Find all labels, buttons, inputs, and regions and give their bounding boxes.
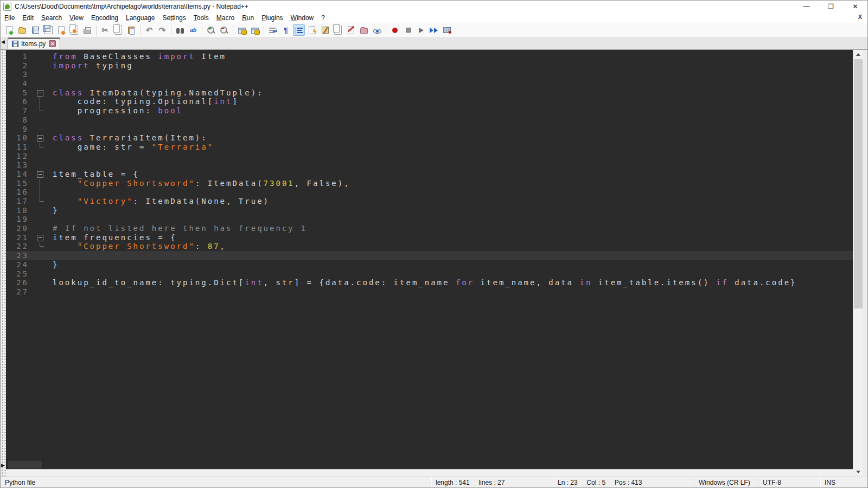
- show-all-characters-icon[interactable]: ¶: [280, 24, 292, 36]
- code-line-23[interactable]: 23: [6, 251, 853, 260]
- menu-item-plugins[interactable]: Plugins: [258, 13, 286, 23]
- zoom-out-icon[interactable]: −: [218, 24, 230, 36]
- code-line-10[interactable]: 10class TerrariaItem(Item):: [6, 133, 853, 143]
- run-macro-multiple-icon[interactable]: [428, 24, 440, 36]
- menu-item-encoding[interactable]: Encoding: [87, 13, 122, 23]
- code-text: item_frequencies = {: [47, 233, 177, 242]
- code-line-17[interactable]: 17 "Victory": ItemData(None, True): [6, 197, 853, 206]
- code-line-5[interactable]: 5class ItemData(typing.NamedTuple):: [6, 88, 853, 98]
- show-indent-guide-icon[interactable]: [293, 24, 305, 36]
- menu-item-run[interactable]: Run: [238, 13, 258, 23]
- stop-recording-icon[interactable]: [402, 24, 414, 36]
- code-line-24[interactable]: 24}: [6, 260, 853, 269]
- replace-icon[interactable]: ab: [187, 24, 199, 36]
- code-line-6[interactable]: 6 code: typing.Optional[int]: [6, 97, 853, 106]
- tab-scroll-left-icon[interactable]: ◀: [1, 39, 5, 44]
- fold-marker-icon[interactable]: [34, 133, 47, 143]
- menu-item-window[interactable]: Window: [287, 13, 318, 23]
- user-defined-language-icon[interactable]: [345, 24, 357, 36]
- status-eol-format[interactable]: Windows (CR LF): [694, 477, 758, 487]
- menu-item-tools[interactable]: Tools: [190, 13, 213, 23]
- document-list-icon[interactable]: [332, 24, 344, 36]
- line-number: 25: [6, 269, 34, 279]
- fold-marker-icon[interactable]: [34, 170, 47, 179]
- code-line-21[interactable]: 21item_frequencies = {: [6, 233, 853, 242]
- menu-item-edit[interactable]: Edit: [18, 13, 37, 23]
- code-line-15[interactable]: 15 "Copper Shortsword": ItemData(73001, …: [6, 179, 853, 188]
- bottom-left-arrow-icon[interactable]: ▶: [1, 463, 5, 468]
- start-recording-icon[interactable]: [389, 24, 401, 36]
- horizontal-scrollbar-thumb[interactable]: [8, 461, 42, 468]
- code-line-20[interactable]: 20# If not listed here then has frequenc…: [6, 224, 853, 233]
- fold-marker-icon[interactable]: [34, 88, 47, 98]
- open-file-icon[interactable]: [16, 24, 28, 36]
- folder-as-workspace-icon[interactable]: [358, 24, 370, 36]
- code-line-2[interactable]: 2import typing: [6, 61, 853, 70]
- cut-icon[interactable]: ✂: [99, 24, 111, 36]
- sync-vertical-icon[interactable]: [236, 24, 248, 36]
- zoom-in-icon[interactable]: +: [205, 24, 217, 36]
- line-number: 24: [6, 260, 34, 269]
- minimize-button[interactable]: —: [794, 1, 819, 12]
- menu-item-search[interactable]: Search: [37, 13, 66, 23]
- menu-item-[interactable]: ?: [317, 13, 329, 23]
- new-file-icon[interactable]: [3, 24, 15, 36]
- scroll-up-arrow-icon[interactable]: [853, 50, 863, 59]
- document-map-icon[interactable]: [319, 24, 331, 36]
- close-icon[interactable]: [55, 24, 67, 36]
- document-close-x-icon[interactable]: X: [858, 14, 862, 20]
- find-icon[interactable]: [174, 24, 186, 36]
- function-list-icon[interactable]: ϟ: [306, 24, 318, 36]
- menu-item-language[interactable]: Language: [122, 13, 158, 23]
- horizontal-scrollbar[interactable]: [6, 460, 853, 469]
- code-line-3[interactable]: 3: [6, 70, 853, 79]
- menu-item-settings[interactable]: Settings: [158, 13, 189, 23]
- save-all-icon[interactable]: [42, 24, 54, 36]
- word-wrap-icon[interactable]: ↵: [267, 24, 279, 36]
- menu-item-macro[interactable]: Macro: [213, 13, 238, 23]
- monitoring-icon[interactable]: [371, 24, 383, 36]
- copy-icon[interactable]: [112, 24, 124, 36]
- code-line-27[interactable]: 27: [6, 287, 853, 297]
- menu-item-view[interactable]: View: [66, 13, 87, 23]
- code-line-25[interactable]: 25: [6, 269, 853, 279]
- code-line-11[interactable]: 11 game: str = "Terraria": [6, 143, 853, 152]
- code-line-7[interactable]: 7 progression: bool: [6, 106, 853, 115]
- code-line-14[interactable]: 14item_table = {: [6, 170, 853, 179]
- fold-marker-icon[interactable]: [34, 233, 47, 242]
- vertical-scrollbar-thumb[interactable]: [854, 59, 863, 309]
- print-icon[interactable]: [81, 24, 93, 36]
- code-line-1[interactable]: 1from BaseClasses import Item: [6, 52, 853, 61]
- paste-icon[interactable]: [125, 24, 137, 36]
- menu-item-file[interactable]: File: [1, 13, 18, 23]
- code-line-9[interactable]: 9: [6, 125, 853, 134]
- vertical-scrollbar[interactable]: [853, 50, 863, 477]
- code-line-22[interactable]: 22 "Copper Shortsword": 87,: [6, 242, 853, 251]
- line-number: 27: [6, 287, 34, 297]
- restore-button[interactable]: ❐: [819, 1, 843, 12]
- status-insert-mode[interactable]: INS: [820, 477, 867, 487]
- code-line-16[interactable]: 16: [6, 188, 853, 197]
- code-line-26[interactable]: 26lookup_id_to_name: typing.Dict[int, st…: [6, 278, 853, 287]
- code-editor[interactable]: 1from BaseClasses import Item2import typ…: [6, 50, 853, 460]
- redo-icon[interactable]: ↷: [156, 24, 168, 36]
- undo-icon[interactable]: ↶: [143, 24, 155, 36]
- close-all-icon[interactable]: [68, 24, 80, 36]
- code-line-13[interactable]: 13: [6, 160, 853, 170]
- scroll-down-arrow-icon[interactable]: [853, 467, 863, 477]
- close-button[interactable]: ✕: [843, 1, 867, 12]
- code-line-18[interactable]: 18}: [6, 206, 853, 215]
- line-number: 15: [6, 179, 34, 188]
- save-icon[interactable]: [29, 24, 41, 36]
- code-text: [47, 152, 53, 161]
- status-encoding[interactable]: UTF-8: [758, 477, 820, 487]
- tab-close-icon[interactable]: ✕: [49, 40, 56, 47]
- code-line-12[interactable]: 12: [6, 152, 853, 161]
- sync-horizontal-icon[interactable]: [249, 24, 261, 36]
- code-line-8[interactable]: 8: [6, 115, 853, 125]
- save-recorded-macro-icon[interactable]: [441, 24, 453, 36]
- code-line-4[interactable]: 4: [6, 79, 853, 88]
- playback-macro-icon[interactable]: [415, 24, 427, 36]
- tab-items-py[interactable]: Items.py ✕: [8, 37, 60, 49]
- code-line-19[interactable]: 19: [6, 215, 853, 224]
